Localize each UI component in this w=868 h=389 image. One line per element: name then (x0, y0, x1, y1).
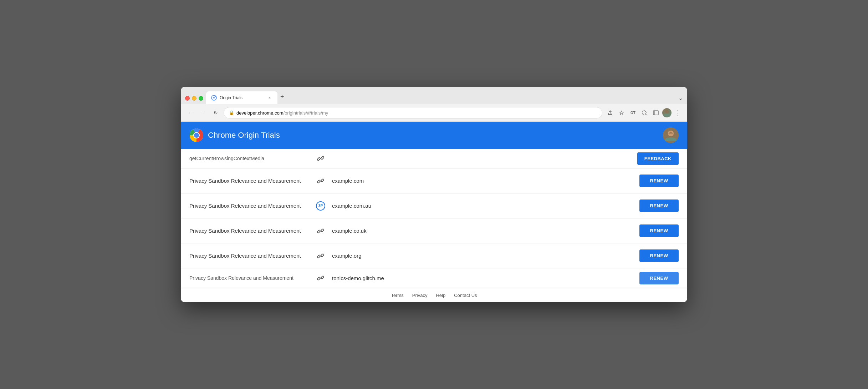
svg-rect-3 (653, 111, 658, 115)
window-chevron[interactable]: ⌄ (678, 95, 683, 104)
user-avatar-nav[interactable] (662, 108, 672, 117)
trial-name: Privacy Sandbox Relevance and Measuremen… (189, 275, 311, 281)
svg-point-8 (194, 133, 199, 138)
link-icon (316, 177, 325, 185)
table-row: getCurrentBrowsingContextMedia FEEDBACK (181, 149, 687, 168)
renew-button[interactable]: RENEW (639, 272, 679, 284)
trial-name: Privacy Sandbox Relevance and Measuremen… (189, 203, 311, 209)
trial-domain: example.co.uk (332, 228, 639, 234)
nav-actions: OT ⋮ (605, 108, 683, 118)
site-title: Chrome Origin Trials (208, 131, 280, 140)
tab-close-button[interactable]: × (267, 95, 272, 101)
trial-name: Privacy Sandbox Relevance and Measuremen… (189, 228, 311, 234)
tabs-area: Origin Trials × + (206, 90, 678, 104)
url-domain: developer.chrome.com (236, 110, 284, 116)
title-bar: Origin Trials × + ⌄ (181, 87, 687, 104)
third-party-badge: 3P (316, 201, 325, 211)
table-row: Privacy Sandbox Relevance and Measuremen… (181, 218, 687, 243)
ot-extension-button[interactable]: OT (628, 108, 638, 118)
link-icon (316, 227, 325, 235)
table-row: Privacy Sandbox Relevance and Measuremen… (181, 168, 687, 193)
new-tab-button[interactable]: + (277, 90, 287, 104)
svg-point-2 (213, 97, 215, 98)
maximize-traffic-light[interactable] (199, 96, 203, 101)
extensions-icon (642, 110, 647, 116)
star-icon (619, 110, 624, 116)
trial-icon-link (313, 177, 328, 185)
user-avatar-header[interactable] (663, 127, 679, 143)
traffic-lights (185, 96, 203, 104)
trial-domain: example.com.au (332, 203, 639, 209)
renew-button[interactable]: RENEW (639, 199, 679, 212)
trial-icon-3p: 3P (313, 201, 328, 211)
renew-button[interactable]: RENEW (639, 175, 679, 187)
trial-icon-link (313, 227, 328, 235)
page-footer: Terms Privacy Help Contact Us (181, 288, 687, 302)
more-button[interactable]: ⋮ (673, 108, 683, 118)
link-icon (316, 252, 325, 260)
footer-help-link[interactable]: Help (436, 293, 445, 298)
table-row: Privacy Sandbox Relevance and Measuremen… (181, 268, 687, 288)
trial-icon-link (313, 252, 328, 260)
feedback-button[interactable]: FEEDBACK (637, 152, 679, 165)
minimize-traffic-light[interactable] (192, 96, 196, 101)
trials-table: getCurrentBrowsingContextMedia FEEDBACK … (181, 149, 687, 288)
url-path: /origintrials/#/trials/my (284, 110, 328, 116)
address-text: developer.chrome.com/origintrials/#/tria… (236, 110, 328, 116)
bookmark-button[interactable] (617, 108, 627, 118)
share-button[interactable] (605, 108, 615, 118)
table-row: Privacy Sandbox Relevance and Measuremen… (181, 193, 687, 218)
trial-domain: tonics-demo.glitch.me (332, 275, 639, 281)
back-button[interactable]: ← (185, 108, 195, 118)
trial-name: Privacy Sandbox Relevance and Measuremen… (189, 178, 311, 184)
reload-button[interactable]: ↻ (211, 108, 221, 118)
trial-icon-link (313, 274, 328, 282)
trial-name: getCurrentBrowsingContextMedia (189, 156, 311, 161)
content-area: getCurrentBrowsingContextMedia FEEDBACK … (181, 149, 687, 288)
trial-name: Privacy Sandbox Relevance and Measuremen… (189, 253, 311, 259)
trial-domain: example.org (332, 253, 639, 259)
nav-bar: ← → ↻ 🔒 developer.chrome.com/origintrial… (181, 104, 687, 122)
renew-button[interactable]: RENEW (639, 224, 679, 237)
extensions-button[interactable] (639, 108, 649, 118)
sidebar-toggle-button[interactable] (651, 108, 661, 118)
trial-icon-link (313, 154, 328, 163)
lock-icon: 🔒 (229, 110, 234, 115)
tab-title: Origin Trials (220, 95, 264, 100)
svg-point-5 (665, 110, 669, 113)
chrome-logo (189, 128, 204, 142)
share-icon (607, 110, 613, 116)
footer-terms-link[interactable]: Terms (391, 293, 403, 298)
footer-contact-link[interactable]: Contact Us (454, 293, 477, 298)
active-tab[interactable]: Origin Trials × (206, 91, 277, 104)
address-bar[interactable]: 🔒 developer.chrome.com/origintrials/#/tr… (224, 107, 602, 118)
close-traffic-light[interactable] (185, 96, 190, 101)
browser-window: Origin Trials × + ⌄ ← → ↻ 🔒 developer.ch… (181, 87, 687, 302)
tab-favicon (211, 95, 217, 101)
link-icon (316, 274, 325, 282)
site-header: Chrome Origin Trials (181, 122, 687, 149)
link-icon (316, 154, 325, 163)
table-row: Privacy Sandbox Relevance and Measuremen… (181, 243, 687, 268)
renew-button[interactable]: RENEW (639, 249, 679, 262)
sidebar-icon (653, 110, 659, 116)
trial-domain: example.com (332, 178, 639, 184)
footer-privacy-link[interactable]: Privacy (412, 293, 428, 298)
forward-button[interactable]: → (198, 108, 208, 118)
